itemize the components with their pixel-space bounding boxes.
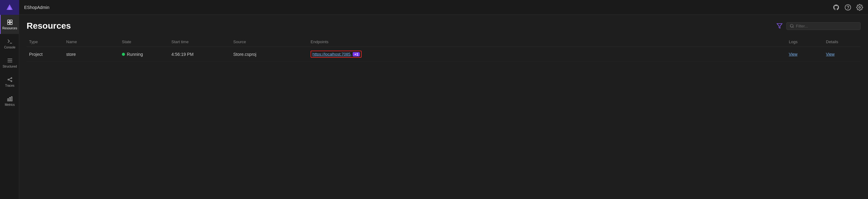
svg-line-12 xyxy=(9,80,11,81)
svg-line-21 xyxy=(793,27,794,28)
sidebar-item-console[interactable]: Console xyxy=(0,34,19,53)
col-header-start-time: Start time xyxy=(169,39,231,44)
topbar: EShopAdmin xyxy=(19,0,868,15)
svg-rect-13 xyxy=(7,99,8,101)
header-actions xyxy=(775,22,861,30)
svg-rect-2 xyxy=(7,22,9,25)
metrics-icon xyxy=(7,96,13,102)
filter-icon xyxy=(776,23,783,29)
page-header: Resources xyxy=(27,21,861,31)
resources-icon xyxy=(7,19,13,25)
logs-view-link[interactable]: View xyxy=(789,52,798,56)
cell-type: Project xyxy=(27,52,64,57)
filter-input-wrapper xyxy=(786,22,861,30)
structured-icon xyxy=(7,57,13,64)
svg-marker-19 xyxy=(777,24,782,28)
resources-table: Type Name State Start time Source Endpoi… xyxy=(27,37,861,62)
status-dot-running xyxy=(122,53,125,56)
svg-rect-3 xyxy=(10,22,12,25)
col-header-details: Details xyxy=(824,39,861,44)
svg-rect-0 xyxy=(7,20,9,22)
github-icon[interactable] xyxy=(833,4,840,11)
cell-details: View xyxy=(824,52,861,56)
sidebar-item-structured-label: Structured xyxy=(2,65,17,68)
app-title: EShopAdmin xyxy=(24,5,50,10)
sidebar: Resources Console Structured Traces xyxy=(0,0,19,199)
table-row: Project store Running 4:56:19 PM Store.c… xyxy=(27,47,861,62)
endpoint-link[interactable]: https://localhost:7085, xyxy=(312,52,351,56)
svg-rect-15 xyxy=(11,96,12,101)
sidebar-item-traces-label: Traces xyxy=(5,84,14,87)
sidebar-logo[interactable] xyxy=(0,0,19,15)
svg-line-11 xyxy=(9,78,11,79)
main-area: EShopAdmin xyxy=(19,0,868,199)
help-icon[interactable] xyxy=(844,4,851,11)
cell-name-value: store xyxy=(66,52,76,57)
cell-start-time: 4:56:19 PM xyxy=(169,52,231,57)
sidebar-item-metrics-label: Metrics xyxy=(5,103,14,107)
sidebar-item-metrics[interactable]: Metrics xyxy=(0,91,19,111)
svg-point-8 xyxy=(8,79,9,80)
col-header-type: Type xyxy=(27,39,64,44)
table-header: Type Name State Start time Source Endpoi… xyxy=(27,37,861,47)
svg-point-9 xyxy=(11,77,12,78)
sidebar-item-resources-label: Resources xyxy=(2,27,17,30)
col-header-name: Name xyxy=(64,39,119,44)
sidebar-item-console-label: Console xyxy=(4,46,16,49)
cell-state-value: Running xyxy=(127,52,143,57)
sidebar-item-resources[interactable]: Resources xyxy=(0,15,19,34)
aspire-logo-icon xyxy=(5,3,14,12)
topbar-icons xyxy=(833,4,863,11)
console-icon xyxy=(7,38,13,44)
svg-rect-1 xyxy=(10,20,12,22)
svg-point-10 xyxy=(11,81,12,81)
cell-start-time-value: 4:56:19 PM xyxy=(172,52,194,57)
svg-point-17 xyxy=(848,9,848,9)
svg-rect-14 xyxy=(9,97,10,101)
sidebar-item-structured[interactable]: Structured xyxy=(0,53,19,72)
endpoint-link-wrapper: https://localhost:7085, +1 xyxy=(311,51,362,58)
filter-toggle-button[interactable] xyxy=(775,22,784,30)
sidebar-item-traces[interactable]: Traces xyxy=(0,72,19,91)
cell-type-value: Project xyxy=(29,52,43,57)
cell-name: store xyxy=(64,52,119,57)
settings-icon[interactable] xyxy=(856,4,863,11)
cell-endpoints: https://localhost:7085, +1 xyxy=(308,51,786,58)
details-view-link[interactable]: View xyxy=(826,52,835,56)
content-area: Resources Type xyxy=(19,15,868,199)
page-title: Resources xyxy=(27,21,775,31)
search-icon xyxy=(790,24,794,28)
endpoint-extra-badge[interactable]: +1 xyxy=(353,52,360,56)
col-header-logs: Logs xyxy=(786,39,824,44)
filter-input[interactable] xyxy=(796,24,857,28)
col-header-state: State xyxy=(119,39,169,44)
traces-icon xyxy=(7,77,13,83)
cell-state: Running xyxy=(119,52,169,57)
svg-point-18 xyxy=(859,6,861,8)
col-header-endpoints: Endpoints xyxy=(308,39,786,44)
svg-point-20 xyxy=(790,25,793,27)
cell-logs: View xyxy=(786,52,824,56)
cell-source: Store.csproj xyxy=(231,52,308,57)
col-header-source: Source xyxy=(231,39,308,44)
cell-source-value: Store.csproj xyxy=(233,52,256,57)
